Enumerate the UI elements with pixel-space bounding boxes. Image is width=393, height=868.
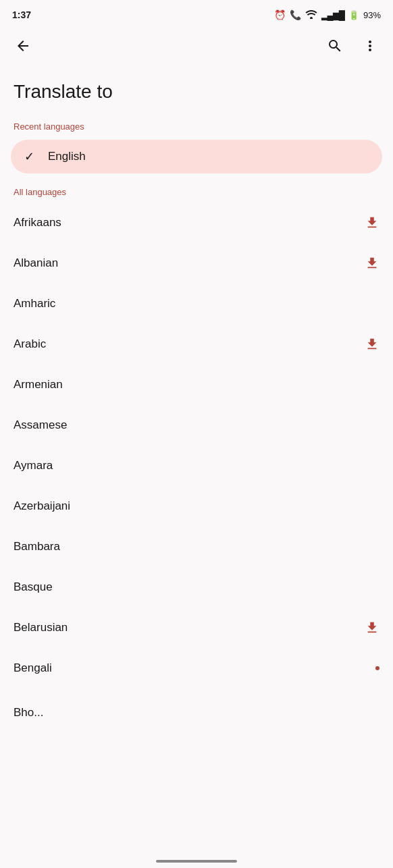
language-name: Arabic <box>14 337 46 351</box>
list-item[interactable]: Armenian <box>0 364 393 405</box>
language-name: Belarusian <box>14 621 68 634</box>
app-bar <box>0 27 393 65</box>
battery-icon: 🔋 <box>348 10 359 20</box>
check-icon: ✓ <box>24 149 34 164</box>
language-name: Aymara <box>14 459 53 472</box>
list-item[interactable]: Aymara <box>0 445 393 486</box>
language-name: Azerbaijani <box>14 499 70 513</box>
status-time: 1:37 <box>12 9 31 20</box>
list-item[interactable]: Azerbaijani <box>0 486 393 526</box>
language-name: Armenian <box>14 378 63 391</box>
recent-languages-header: Recent languages <box>0 113 393 137</box>
search-button[interactable] <box>320 31 350 61</box>
list-item[interactable]: Bengali <box>0 648 393 688</box>
all-languages-section: All languages Afrikaans Albanian Amharic… <box>0 179 393 729</box>
page-title: Translate to <box>14 81 379 103</box>
language-name: Bho... <box>14 706 43 720</box>
app-bar-right <box>320 31 385 61</box>
more-options-button[interactable] <box>355 31 385 61</box>
english-selected-item[interactable]: ✓ English <box>11 140 382 173</box>
language-name: Bambara <box>14 540 60 553</box>
language-name: Assamese <box>14 418 67 432</box>
list-item[interactable]: Arabic <box>0 324 393 364</box>
recent-section: Recent languages ✓ English <box>0 113 393 173</box>
signal-icon: ▂▄▆█ <box>321 10 344 20</box>
list-item[interactable]: Belarusian <box>0 607 393 648</box>
download-icon[interactable] <box>365 337 379 352</box>
language-name: Amharic <box>14 297 55 310</box>
download-icon[interactable] <box>365 215 379 230</box>
list-item[interactable]: Assamese <box>0 405 393 445</box>
notification-dot <box>375 666 379 670</box>
wifi-icon <box>305 9 317 21</box>
battery-percent: 93% <box>363 10 381 20</box>
english-label: English <box>48 150 86 163</box>
back-button[interactable] <box>8 31 38 61</box>
home-indicator <box>156 860 237 863</box>
alarm-icon: ⏰ <box>274 9 286 20</box>
list-item[interactable]: Bambara <box>0 526 393 567</box>
status-right: ⏰ 📞 ▂▄▆█ 🔋 93% <box>274 9 381 21</box>
page-title-section: Translate to <box>0 65 393 113</box>
list-item[interactable]: Bho... <box>0 688 393 729</box>
language-name: Basque <box>14 580 53 594</box>
list-item[interactable]: Basque <box>0 567 393 607</box>
phone-icon: 📞 <box>290 9 301 20</box>
list-item[interactable]: Afrikaans <box>0 202 393 243</box>
list-item[interactable]: Albanian <box>0 243 393 283</box>
all-languages-header: All languages <box>0 179 393 202</box>
download-icon[interactable] <box>365 620 379 635</box>
language-name: Afrikaans <box>14 216 61 229</box>
app-bar-left <box>8 31 38 61</box>
language-name: Albanian <box>14 256 58 270</box>
download-icon[interactable] <box>365 256 379 271</box>
list-item[interactable]: Amharic <box>0 283 393 324</box>
status-bar: 1:37 ⏰ 📞 ▂▄▆█ 🔋 93% <box>0 0 393 27</box>
language-name: Bengali <box>14 661 52 675</box>
